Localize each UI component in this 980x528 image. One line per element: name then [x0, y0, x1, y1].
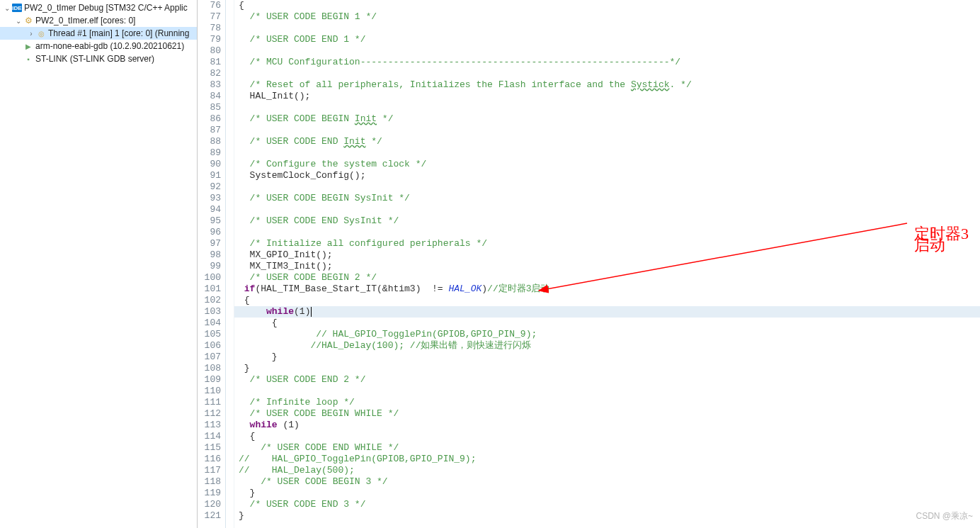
fold-marker[interactable]	[226, 238, 234, 249]
fold-marker[interactable]	[226, 318, 234, 329]
code-line[interactable]: /* USER CODE BEGIN 2 */	[234, 272, 980, 283]
tree-item-4[interactable]: ST-LINK (ST-LINK GDB server)	[0, 52, 197, 65]
line-number[interactable]: 105	[198, 329, 221, 340]
fold-marker[interactable]	[226, 102, 234, 113]
line-number[interactable]: 104	[198, 318, 221, 329]
code-line[interactable]: }	[234, 488, 980, 499]
line-number[interactable]: 106	[198, 340, 221, 352]
fold-marker[interactable]	[226, 499, 234, 510]
tree-item-0[interactable]: ⌄IDEPW2_0_tImer Debug [STM32 C/C++ Appli…	[0, 1, 197, 14]
fold-marker[interactable]	[226, 374, 234, 386]
fold-marker[interactable]	[226, 11, 234, 23]
code-line[interactable]: // HAL_GPIO_TogglePin(GPIOB,GPIO_PIN_9);	[234, 329, 980, 340]
code-line[interactable]	[234, 23, 980, 34]
line-number[interactable]: 82	[198, 68, 221, 79]
line-number[interactable]: 120	[198, 499, 221, 510]
code-line[interactable]: HAL_Init();	[234, 91, 980, 102]
fold-marker[interactable]	[226, 136, 234, 147]
code-line[interactable]: {	[234, 431, 980, 442]
line-number[interactable]: 78	[198, 23, 221, 34]
fold-marker[interactable]	[226, 68, 234, 79]
code-line[interactable]: /* USER CODE END WHILE */	[234, 442, 980, 454]
line-number[interactable]: 94	[198, 204, 221, 215]
code-line[interactable]: /* USER CODE END SysInit */	[234, 215, 980, 227]
fold-marker[interactable]	[226, 159, 234, 170]
code-line[interactable]	[234, 125, 980, 136]
code-line[interactable]: MX_GPIO_Init();	[234, 249, 980, 261]
fold-marker[interactable]	[226, 45, 234, 57]
line-number[interactable]: 87	[198, 125, 221, 136]
code-line[interactable]: /* Reset of all peripherals, Initializes…	[234, 79, 980, 91]
code-line[interactable]: /* Configure the system clock */	[234, 159, 980, 170]
fold-marker[interactable]	[226, 397, 234, 408]
fold-marker[interactable]	[226, 113, 234, 125]
fold-marker[interactable]	[226, 215, 234, 227]
fold-marker[interactable]	[226, 125, 234, 136]
line-number[interactable]: 101	[198, 283, 221, 295]
fold-marker[interactable]	[226, 408, 234, 420]
line-number[interactable]: 108	[198, 363, 221, 374]
fold-marker[interactable]	[226, 79, 234, 91]
line-number[interactable]: 115	[198, 442, 221, 454]
fold-marker[interactable]	[226, 261, 234, 272]
code-line[interactable]: /* Infinite loop */	[234, 397, 980, 408]
line-number[interactable]: 81	[198, 57, 221, 68]
line-number[interactable]: 109	[198, 374, 221, 386]
expander-icon[interactable]: ›	[27, 30, 35, 38]
fold-marker[interactable]	[226, 272, 234, 283]
fold-marker[interactable]	[226, 476, 234, 488]
fold-marker[interactable]	[226, 510, 234, 522]
code-line[interactable]: MX_TIM3_Init();	[234, 261, 980, 272]
fold-marker[interactable]	[226, 442, 234, 454]
line-number[interactable]: 112	[198, 408, 221, 420]
code-line[interactable]: }	[234, 363, 980, 374]
code-line[interactable]: {	[234, 295, 980, 306]
code-line[interactable]: // HAL_Delay(500);	[234, 465, 980, 476]
line-number[interactable]: 121	[198, 510, 221, 522]
fold-marker[interactable]	[226, 431, 234, 442]
fold-marker[interactable]	[226, 340, 234, 352]
line-number[interactable]: 113	[198, 420, 221, 431]
line-number[interactable]: 117	[198, 465, 221, 476]
fold-marker[interactable]	[226, 23, 234, 34]
line-number[interactable]: 95	[198, 215, 221, 227]
code-line[interactable]	[234, 227, 980, 238]
code-line[interactable]: /* Initialize all configured peripherals…	[234, 238, 980, 249]
fold-marker[interactable]	[226, 386, 234, 397]
line-number[interactable]: 100	[198, 272, 221, 283]
code-line[interactable]: {	[234, 318, 980, 329]
line-number[interactable]: 84	[198, 91, 221, 102]
fold-marker[interactable]	[226, 57, 234, 68]
fold-marker[interactable]	[226, 420, 234, 431]
fold-marker[interactable]	[226, 193, 234, 204]
code-line[interactable]: while (1)	[234, 420, 980, 431]
line-number[interactable]: 85	[198, 102, 221, 113]
line-number[interactable]: 77	[198, 11, 221, 23]
code-line[interactable]: /* USER CODE BEGIN 1 */	[234, 11, 980, 23]
fold-marker[interactable]	[226, 283, 234, 295]
code-line[interactable]: /* MCU Configuration--------------------…	[234, 57, 980, 68]
line-number[interactable]: 103	[198, 306, 221, 318]
code-line[interactable]	[234, 204, 980, 215]
fold-marker[interactable]	[226, 363, 234, 374]
line-number[interactable]: 96	[198, 227, 221, 238]
code-line[interactable]: /* USER CODE BEGIN 3 */	[234, 476, 980, 488]
code-editor[interactable]: 7677787980818283848586878889909192939495…	[198, 0, 980, 528]
line-number[interactable]: 119	[198, 488, 221, 499]
line-number[interactable]: 107	[198, 352, 221, 363]
code-line[interactable]	[234, 147, 980, 159]
code-area[interactable]: 定时器3启动 { /* USER CODE BEGIN 1 */ /* USER…	[234, 0, 980, 528]
fold-marker[interactable]	[226, 352, 234, 363]
line-number[interactable]: 93	[198, 193, 221, 204]
fold-marker[interactable]	[226, 249, 234, 261]
fold-marker[interactable]	[226, 295, 234, 306]
line-number[interactable]: 76	[198, 0, 221, 11]
code-line[interactable]: // HAL_GPIO_TogglePin(GPIOB,GPIO_PIN_9);	[234, 454, 980, 465]
code-line[interactable]: while(1)	[234, 306, 980, 318]
code-line[interactable]	[234, 45, 980, 57]
line-number[interactable]: 102	[198, 295, 221, 306]
code-line[interactable]: /* USER CODE BEGIN Init */	[234, 113, 980, 125]
code-line[interactable]: /* USER CODE BEGIN SysInit */	[234, 193, 980, 204]
tree-item-1[interactable]: ⌄PW2_0_tImer.elf [cores: 0]	[0, 14, 197, 27]
fold-marker[interactable]	[226, 227, 234, 238]
